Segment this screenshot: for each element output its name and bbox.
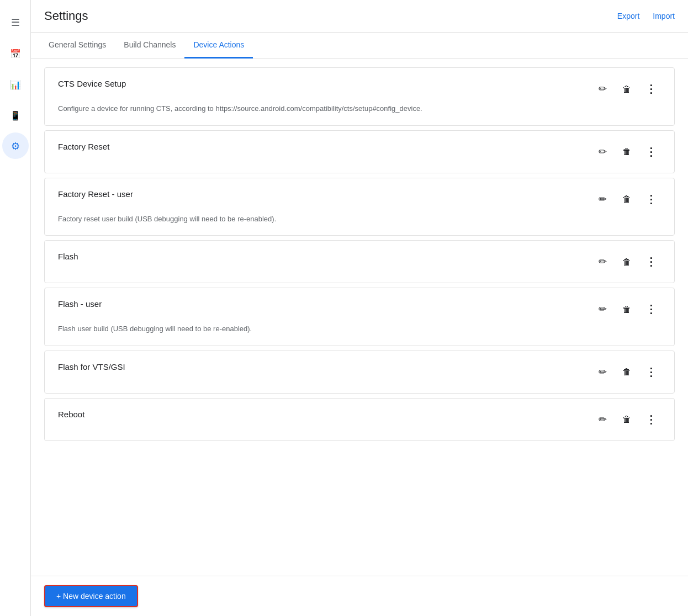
more-icon-4 xyxy=(645,255,657,268)
action-card-row-4: Flash xyxy=(58,252,661,272)
new-device-action-button[interactable]: + New device action xyxy=(44,585,138,607)
action-card-row-1: CTS Device Setup xyxy=(58,79,661,99)
page-footer: + New device action xyxy=(31,576,688,616)
action-title-7: Reboot xyxy=(58,410,84,419)
action-buttons-5 xyxy=(592,299,661,319)
more-button-3[interactable] xyxy=(641,189,661,209)
trash-icon-1 xyxy=(622,83,631,95)
delete-button-4[interactable] xyxy=(617,252,637,272)
pencil-icon-6 xyxy=(599,366,607,378)
tab-general-settings[interactable]: General Settings xyxy=(40,33,115,59)
sidebar-item-list[interactable] xyxy=(2,9,29,35)
action-card-6: Flash for VTS/GSI xyxy=(44,351,675,394)
trash-icon-6 xyxy=(622,366,631,378)
action-card-row-3: Factory Reset - user xyxy=(58,189,661,209)
action-buttons-3 xyxy=(592,189,661,209)
action-title-4: Flash xyxy=(58,252,78,261)
action-card-7: Reboot xyxy=(44,398,675,441)
header-actions: Export Import xyxy=(617,12,675,20)
more-button-2[interactable] xyxy=(641,142,661,162)
delete-button-3[interactable] xyxy=(617,189,637,209)
action-card-3: Factory Reset - user Factory reset user … xyxy=(44,178,675,236)
action-title-3: Factory Reset - user xyxy=(58,189,133,199)
edit-button-3[interactable] xyxy=(592,189,612,209)
more-icon-6 xyxy=(645,365,657,379)
action-desc-5: Flash user build (USB debugging will nee… xyxy=(58,323,511,334)
action-title-1: CTS Device Setup xyxy=(58,79,126,88)
action-buttons-7 xyxy=(592,410,661,429)
edit-button-7[interactable] xyxy=(592,410,612,429)
edit-button-4[interactable] xyxy=(592,252,612,272)
delete-button-5[interactable] xyxy=(617,299,637,319)
more-button-5[interactable] xyxy=(641,299,661,319)
action-buttons-6 xyxy=(592,362,661,382)
more-icon-2 xyxy=(645,145,657,158)
sidebar xyxy=(0,0,31,616)
trash-icon-7 xyxy=(622,413,631,425)
pencil-icon-5 xyxy=(599,303,607,315)
more-icon-7 xyxy=(645,413,657,426)
more-button-7[interactable] xyxy=(641,410,661,429)
action-buttons-2 xyxy=(592,142,661,162)
edit-button-1[interactable] xyxy=(592,79,612,99)
trash-icon-2 xyxy=(622,146,631,157)
pencil-icon-3 xyxy=(599,193,607,205)
action-title-6: Flash for VTS/GSI xyxy=(58,362,125,371)
edit-button-6[interactable] xyxy=(592,362,612,382)
edit-button-2[interactable] xyxy=(592,142,612,162)
tab-device-actions[interactable]: Device Actions xyxy=(184,33,253,59)
edit-button-5[interactable] xyxy=(592,299,612,319)
calendar-icon xyxy=(10,47,21,59)
action-card-row-5: Flash - user xyxy=(58,299,661,319)
sidebar-item-calendar[interactable] xyxy=(2,40,29,66)
action-buttons-1 xyxy=(592,79,661,99)
sidebar-item-settings[interactable] xyxy=(2,132,29,159)
pencil-icon-2 xyxy=(599,146,607,158)
page-title: Settings xyxy=(44,9,88,23)
action-card-row-7: Reboot xyxy=(58,410,661,429)
settings-icon xyxy=(11,140,20,151)
pencil-icon-7 xyxy=(599,413,607,426)
more-button-4[interactable] xyxy=(641,252,661,272)
delete-button-2[interactable] xyxy=(617,142,637,162)
export-link[interactable]: Export xyxy=(617,12,639,20)
more-icon-1 xyxy=(645,82,657,95)
pencil-icon-1 xyxy=(599,83,607,95)
more-button-1[interactable] xyxy=(641,79,661,99)
action-card-4: Flash xyxy=(44,240,675,283)
more-button-6[interactable] xyxy=(641,362,661,382)
tab-bar: General Settings Build Channels Device A… xyxy=(31,33,688,59)
sidebar-item-barchart[interactable] xyxy=(2,71,29,97)
delete-button-1[interactable] xyxy=(617,79,637,99)
action-card-1: CTS Device Setup Configure a device for … xyxy=(44,67,675,126)
trash-icon-3 xyxy=(622,193,631,205)
more-icon-5 xyxy=(645,302,657,316)
import-link[interactable]: Import xyxy=(653,12,675,20)
action-card-row-6: Flash for VTS/GSI xyxy=(58,362,661,382)
sidebar-item-phone[interactable] xyxy=(2,102,29,128)
trash-icon-4 xyxy=(622,256,631,268)
delete-button-7[interactable] xyxy=(617,410,637,429)
page-header: Settings Export Import xyxy=(31,0,688,33)
phone-icon xyxy=(10,109,21,120)
list-icon xyxy=(11,17,20,28)
action-title-2: Factory Reset xyxy=(58,142,109,151)
action-card-2: Factory Reset xyxy=(44,130,675,173)
bar-chart-icon xyxy=(10,78,21,89)
content-area: CTS Device Setup Configure a device for … xyxy=(31,59,688,576)
pencil-icon-4 xyxy=(599,256,607,268)
tab-build-channels[interactable]: Build Channels xyxy=(115,33,184,59)
action-buttons-4 xyxy=(592,252,661,272)
main-content: Settings Export Import General Settings … xyxy=(31,0,688,616)
trash-icon-5 xyxy=(622,304,631,315)
more-icon-3 xyxy=(645,193,657,206)
action-card-row-2: Factory Reset xyxy=(58,142,661,162)
delete-button-6[interactable] xyxy=(617,362,637,382)
action-title-5: Flash - user xyxy=(58,299,102,309)
action-desc-1: Configure a device for running CTS, acco… xyxy=(58,103,511,114)
action-desc-3: Factory reset user build (USB debugging … xyxy=(58,214,511,225)
action-card-5: Flash - user Flash user build (USB debug… xyxy=(44,288,675,346)
